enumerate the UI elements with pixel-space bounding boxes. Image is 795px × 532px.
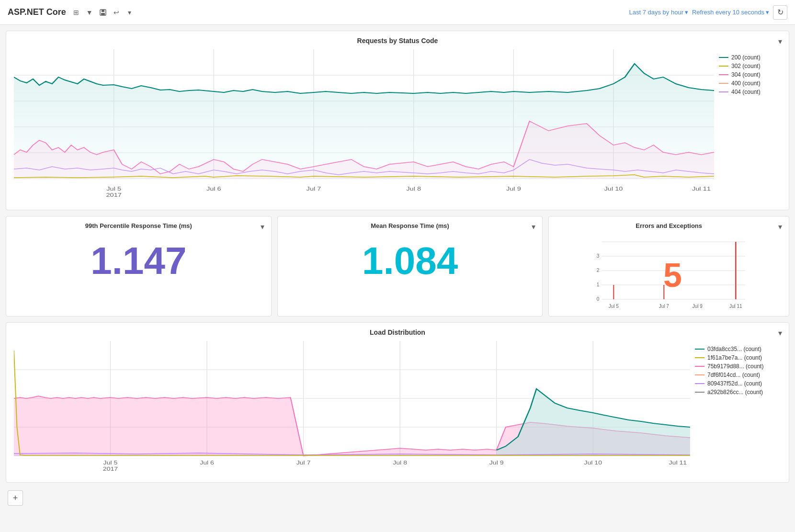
svg-text:Jul 5: Jul 5 bbox=[609, 304, 619, 309]
load-panel: Load Distribution ▾ 0 bbox=[6, 322, 789, 483]
requests-chart: 0 200 400 600 800 1000 bbox=[14, 49, 714, 204]
legend-item-server3: 75b9179d88... (count) bbox=[695, 363, 781, 370]
dashboard: Requests by Status Code ▾ bbox=[0, 25, 795, 513]
mean-value: 1.084 bbox=[362, 242, 458, 280]
requests-title: Requests by Status Code bbox=[14, 37, 781, 45]
svg-text:Jul 8: Jul 8 bbox=[406, 186, 421, 192]
percentile-collapse[interactable]: ▾ bbox=[261, 222, 264, 231]
top-bar-right: Last 7 days by hour ▾ Refresh every 10 s… bbox=[629, 5, 788, 20]
save-icon[interactable] bbox=[98, 7, 108, 18]
add-panel-button[interactable]: + bbox=[8, 490, 23, 506]
legend-item-server4: 7df6f014cd... (count) bbox=[695, 372, 781, 378]
mean-collapse[interactable]: ▾ bbox=[532, 222, 535, 231]
legend-item-server6: a292b826cc... (count) bbox=[695, 389, 781, 396]
svg-text:Jul 5: Jul 5 bbox=[103, 460, 118, 465]
refresh-button[interactable]: ↻ bbox=[773, 5, 787, 20]
middle-row: 99th Percentile Response Time (ms) ▾ 1.1… bbox=[6, 216, 789, 317]
legend-item-304: 304 (count) bbox=[719, 71, 781, 78]
errors-value: 5 bbox=[663, 256, 682, 294]
legend-color-server3 bbox=[695, 366, 704, 367]
errors-panel: Errors and Exceptions ▾ 5 0 1 2 3 bbox=[548, 216, 789, 317]
svg-text:3: 3 bbox=[597, 253, 600, 259]
mean-title: Mean Response Time (ms) bbox=[285, 222, 535, 229]
filter-icon[interactable]: ▼ bbox=[84, 7, 95, 18]
svg-text:Jul 7: Jul 7 bbox=[307, 186, 321, 192]
percentile-value: 1.147 bbox=[91, 242, 186, 280]
errors-title: Errors and Exceptions bbox=[556, 222, 781, 229]
legend-color-304 bbox=[719, 74, 728, 75]
svg-rect-2 bbox=[101, 13, 105, 15]
legend-item-server5: 809437f52d... (count) bbox=[695, 380, 781, 387]
toolbar-icons: ⊞ ▼ ↩ ▾ bbox=[71, 7, 135, 18]
load-chart: 0 500 1000 Jul 5 2017 bbox=[14, 341, 690, 476]
load-chart-container: 0 500 1000 Jul 5 2017 bbox=[14, 341, 781, 476]
svg-text:Jul 10: Jul 10 bbox=[604, 186, 623, 192]
legend-color-302 bbox=[719, 66, 728, 67]
svg-text:2017: 2017 bbox=[103, 466, 118, 472]
svg-text:Jul 9: Jul 9 bbox=[489, 460, 504, 465]
legend-item-server2: 1f61a7be7a... (count) bbox=[695, 354, 781, 361]
legend-color-404 bbox=[719, 91, 728, 92]
svg-rect-1 bbox=[102, 10, 104, 12]
legend-item-server1: 03fda8cc35... (count) bbox=[695, 346, 781, 352]
svg-text:Jul 6: Jul 6 bbox=[206, 186, 221, 192]
legend-item-200: 200 (count) bbox=[719, 54, 781, 61]
legend-color-server5 bbox=[695, 383, 704, 384]
errors-collapse[interactable]: ▾ bbox=[778, 222, 782, 231]
legend-color-server6 bbox=[695, 392, 704, 393]
refresh-selector[interactable]: Refresh every 10 seconds ▾ bbox=[692, 9, 769, 16]
legend-color-200 bbox=[719, 57, 728, 58]
svg-text:Jul 7: Jul 7 bbox=[659, 304, 670, 309]
svg-text:Jul 10: Jul 10 bbox=[584, 460, 602, 465]
svg-text:Jul 11: Jul 11 bbox=[692, 186, 711, 192]
app-title: ASP.NET Core bbox=[8, 7, 66, 17]
requests-legend: 200 (count) 302 (count) 304 (count) 400 … bbox=[719, 49, 781, 204]
load-title: Load Distribution bbox=[14, 328, 781, 336]
legend-color-server2 bbox=[695, 357, 704, 358]
legend-color-server1 bbox=[695, 349, 704, 350]
percentile-title: 99th Percentile Response Time (ms) bbox=[14, 222, 263, 229]
requests-chart-container: 0 200 400 600 800 1000 bbox=[14, 49, 781, 204]
legend-item-404: 404 (count) bbox=[719, 89, 781, 95]
top-bar-left: ASP.NET Core ⊞ ▼ ↩ ▾ bbox=[8, 7, 135, 18]
svg-text:0: 0 bbox=[597, 296, 600, 302]
top-bar: ASP.NET Core ⊞ ▼ ↩ ▾ Last 7 days by hour… bbox=[0, 0, 795, 25]
svg-text:Jul 8: Jul 8 bbox=[393, 460, 407, 465]
svg-text:Jul 6: Jul 6 bbox=[200, 460, 214, 465]
svg-text:Jul 5: Jul 5 bbox=[106, 186, 121, 192]
load-collapse[interactable]: ▾ bbox=[778, 328, 782, 338]
svg-text:Jul 7: Jul 7 bbox=[296, 460, 311, 465]
add-row: + bbox=[6, 488, 789, 508]
load-legend: 03fda8cc35... (count) 1f61a7be7a... (cou… bbox=[695, 341, 781, 476]
svg-text:Jul 9: Jul 9 bbox=[506, 186, 521, 192]
legend-color-400 bbox=[719, 83, 728, 84]
more-icon[interactable]: ▾ bbox=[125, 7, 135, 18]
legend-color-server4 bbox=[695, 374, 704, 375]
grid-icon[interactable]: ⊞ bbox=[71, 7, 81, 18]
legend-item-302: 302 (count) bbox=[719, 63, 781, 69]
mean-panel: Mean Response Time (ms) ▾ 1.084 bbox=[277, 216, 543, 317]
svg-text:2: 2 bbox=[597, 268, 600, 273]
svg-text:1: 1 bbox=[597, 282, 600, 287]
requests-panel: Requests by Status Code ▾ bbox=[6, 31, 789, 210]
requests-collapse[interactable]: ▾ bbox=[778, 37, 782, 46]
svg-text:Jul 9: Jul 9 bbox=[693, 304, 703, 309]
time-range-selector[interactable]: Last 7 days by hour ▾ bbox=[629, 9, 688, 16]
undo-icon[interactable]: ↩ bbox=[111, 7, 122, 18]
svg-text:Jul 11: Jul 11 bbox=[729, 304, 742, 309]
percentile-panel: 99th Percentile Response Time (ms) ▾ 1.1… bbox=[6, 216, 272, 317]
svg-text:Jul 11: Jul 11 bbox=[669, 460, 687, 465]
legend-item-400: 400 (count) bbox=[719, 80, 781, 87]
svg-text:2017: 2017 bbox=[106, 192, 121, 198]
